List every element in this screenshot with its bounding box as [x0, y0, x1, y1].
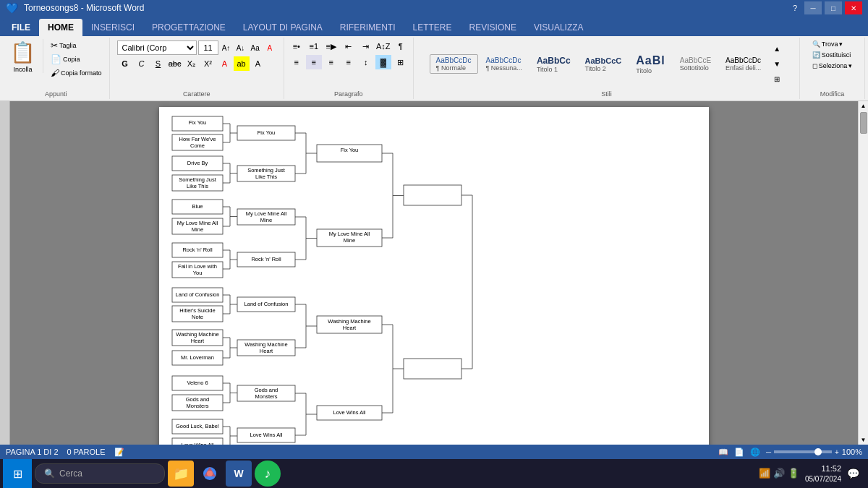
notification-icon[interactable]: 💬 — [847, 468, 859, 479]
tab-home[interactable]: HOME — [39, 19, 82, 36]
taskbar-search[interactable]: 🔍 Cerca — [35, 463, 165, 484]
tab-lettere[interactable]: LETTERE — [404, 19, 461, 36]
modifica-label: Modifica — [820, 89, 845, 98]
decrease-indent-button[interactable]: ⇤ — [341, 39, 357, 53]
strikethrough-button[interactable]: abc — [167, 56, 183, 71]
ribbon-group-carattere: Calibri (Corp A↑ A↓ Aa A G C S abc X₂ X²… — [110, 38, 284, 99]
svg-text:Gods and: Gods and — [186, 396, 210, 403]
style-titolo[interactable]: AaBl Titolo — [629, 52, 671, 77]
borders-button[interactable]: ⊞ — [393, 55, 409, 69]
styles-scroll-up-button[interactable]: ▲ — [770, 43, 783, 56]
svg-text:Washing Machine: Washing Machine — [328, 318, 370, 325]
window-title: Torneosongs8 - Microsoft Word — [24, 3, 145, 13]
vertical-scrollbar[interactable]: ▲ ▼ — [858, 101, 868, 445]
taglia-button[interactable]: ✂ Taglia — [48, 39, 105, 52]
svg-text:Heart: Heart — [343, 325, 357, 331]
windows-icon: ⊞ — [13, 467, 22, 481]
list-bullet-button[interactable]: ≡• — [289, 39, 305, 53]
scroll-thumb[interactable] — [860, 112, 867, 134]
shrink-font-button[interactable]: A↓ — [234, 41, 247, 54]
style-sottotitolo[interactable]: AaBbCcE Sottotitolo — [673, 54, 718, 74]
highlight-button[interactable]: ab — [234, 56, 250, 71]
clear-format-button[interactable]: A — [263, 41, 276, 54]
svg-text:Something Just: Something Just — [247, 167, 286, 174]
svg-text:How Far We've: How Far We've — [179, 136, 216, 142]
subscript-button[interactable]: X₂ — [184, 56, 200, 71]
superscript-button[interactable]: X² — [200, 56, 216, 71]
seleziona-button[interactable]: ◻Seleziona▾ — [809, 61, 856, 71]
justify-button[interactable]: ≡ — [341, 55, 357, 69]
list-number-button[interactable]: ≡1 — [306, 39, 322, 53]
copia-button[interactable]: 📄 Copia — [48, 53, 105, 66]
web-view-icon[interactable]: 🌐 — [750, 448, 760, 457]
font-name-select[interactable]: Calibri (Corp — [117, 40, 197, 55]
layout-view-icon[interactable]: 📄 — [734, 448, 744, 457]
style-titolo2[interactable]: AaBbCcC Titolo 2 — [579, 54, 629, 74]
font-color-button[interactable]: A — [217, 56, 233, 71]
incolla-label: Incolla — [13, 66, 32, 73]
svg-text:My Love Mine All: My Love Mine All — [177, 220, 218, 226]
font-size-input[interactable] — [198, 40, 218, 55]
align-right-button[interactable]: ≡ — [323, 55, 339, 69]
shading-button[interactable]: ▓ — [375, 55, 391, 69]
zoom-level: 100% — [842, 448, 862, 456]
tab-progettazione[interactable]: PROGETTAZIONE — [143, 19, 234, 36]
read-mode-icon[interactable]: 📖 — [718, 448, 728, 457]
style-enfasi[interactable]: AaBbCcDc Enfasi deli... — [719, 54, 767, 74]
bold-button[interactable]: G — [117, 56, 133, 71]
change-case-button[interactable]: Aa — [249, 41, 262, 54]
svg-text:Veleno 6: Veleno 6 — [187, 380, 208, 386]
close-button[interactable]: ✕ — [845, 1, 862, 14]
styles-scroll-down-button[interactable]: ▼ — [770, 58, 783, 71]
copia-formato-button[interactable]: 🖌 Copia formato — [48, 67, 105, 80]
tab-inserisci[interactable]: INSERISCI — [82, 19, 143, 36]
file-explorer-button[interactable]: 📁 — [168, 461, 194, 487]
underline-button[interactable]: S — [150, 56, 166, 71]
start-button[interactable]: ⊞ — [3, 459, 32, 488]
svg-rect-126 — [404, 359, 461, 379]
trova-button[interactable]: 🔍Trova▾ — [809, 39, 856, 49]
align-left-button[interactable]: ≡ — [289, 55, 305, 69]
grow-font-button[interactable]: A↑ — [220, 41, 233, 54]
font-color2-button[interactable]: A — [250, 56, 266, 71]
tab-file[interactable]: FILE — [3, 19, 39, 36]
multilevel-list-button[interactable]: ≡▶ — [323, 39, 339, 53]
tab-revisione[interactable]: REVISIONE — [461, 19, 525, 36]
tab-visualizza[interactable]: VISUALIZZA — [525, 19, 592, 36]
incolla-button[interactable]: 📋 — [7, 39, 38, 66]
align-center-button[interactable]: ≡ — [306, 55, 322, 69]
style-normale[interactable]: AaBbCcDc ¶ Normale — [430, 54, 478, 74]
minimize-button[interactable]: ─ — [804, 1, 822, 14]
tab-riferimenti[interactable]: RIFERIMENTI — [331, 19, 404, 36]
svg-text:Washing Machine: Washing Machine — [244, 341, 287, 348]
svg-text:Love Wins All: Love Wins All — [250, 432, 282, 438]
search-placeholder: Cerca — [59, 468, 82, 479]
word-button[interactable]: W — [226, 461, 252, 487]
pilcrow-button[interactable]: ¶ — [393, 39, 409, 53]
increase-indent-button[interactable]: ⇥ — [358, 39, 374, 53]
scroll-down-arrow[interactable]: ▼ — [859, 435, 868, 445]
svg-text:Gods and: Gods and — [255, 387, 278, 393]
line-spacing-button[interactable]: ↕ — [358, 55, 374, 69]
sostituisci-button[interactable]: 🔄Sostituisci — [809, 50, 856, 60]
style-titolo1[interactable]: AaBbCc Titolo 1 — [530, 53, 577, 75]
sort-button[interactable]: A↕Z — [375, 39, 391, 53]
track-changes-icon[interactable]: 📝 — [114, 448, 124, 457]
style-nessuna[interactable]: AaBbCcDc ¶ Nessuna... — [480, 54, 529, 74]
status-bar: PAGINA 1 DI 2 0 PAROLE 📝 📖 📄 🌐 ─ + 100% — [0, 445, 868, 459]
clock-date: 05/07/2024 — [805, 474, 841, 484]
svg-text:Love Wins All: Love Wins All — [333, 409, 365, 416]
restore-button[interactable]: □ — [825, 1, 842, 14]
ribbon-group-paragrafo: ≡• ≡1 ≡▶ ⇤ ⇥ A↕Z ¶ ≡ ≡ ≡ ≡ ↕ ▓ ⊞ Paragra… — [284, 38, 414, 99]
zoom-control[interactable]: ─ + 100% — [766, 448, 862, 456]
styles-more-button[interactable]: ⊞ — [770, 73, 783, 86]
chrome-button[interactable] — [197, 461, 223, 487]
spotify-button[interactable]: ♪ — [255, 461, 281, 487]
scroll-up-arrow[interactable]: ▲ — [859, 101, 868, 111]
title-bar-controls: ? ─ □ ✕ — [788, 1, 862, 14]
help-icon[interactable]: ? — [788, 1, 801, 14]
italic-button[interactable]: C — [134, 56, 150, 71]
svg-text:Blue: Blue — [192, 203, 203, 210]
carattere-label: Carattere — [183, 89, 210, 98]
tab-layout[interactable]: LAYOUT DI PAGINA — [234, 19, 331, 36]
